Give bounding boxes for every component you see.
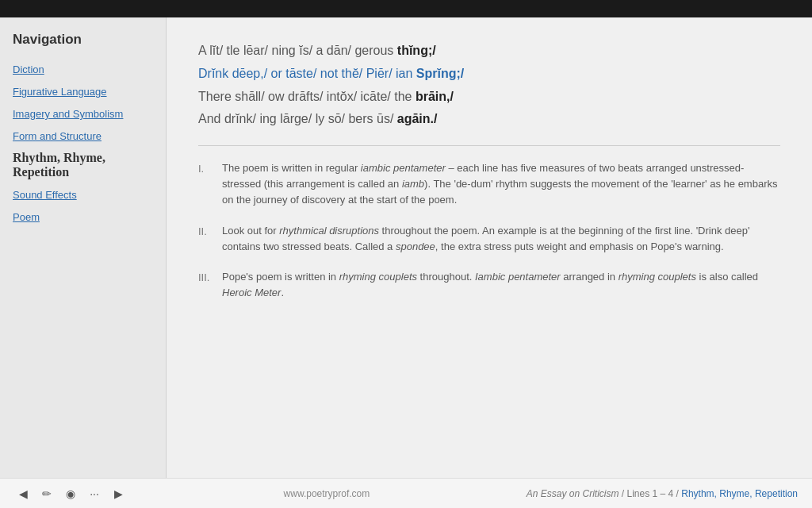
list-text-2: Look out for rhythmical disruptions thro… <box>222 223 780 255</box>
poem-line-2-text: Drĭnk dēep,/ or tāste/ not thĕ/ Piēr/ ia… <box>198 67 416 80</box>
circle-icon[interactable]: ◉ <box>62 485 79 502</box>
sidebar-navigation: Diction Figurative Language Imagery and … <box>13 62 153 224</box>
analysis-item-1: I. The poem is written in regular iambic… <box>198 160 780 208</box>
poem-line-4-stress: agāin./ <box>397 112 438 125</box>
list-text-3: Pope's poem is written in rhyming couple… <box>222 269 780 301</box>
analysis-item-3: III. Pope's poem is written in rhyming c… <box>198 269 780 301</box>
sidebar-link-imagery-symbolism[interactable]: Imagery and Symbolism <box>13 108 123 120</box>
list-text-1: The poem is written in regular iambic pe… <box>222 160 780 208</box>
poem-line-1: A lĭt/ tle lēar/ ning ĭs/ a dān/ gerous … <box>198 40 780 63</box>
sidebar-item-rhythm-rhyme[interactable]: Rhythm, Rhyme, Repetition <box>13 151 153 179</box>
footer-breadcrumb: An Essay on Criticism / Lines 1 – 4 / Rh… <box>527 488 798 499</box>
forward-button[interactable]: ▶ <box>109 485 127 502</box>
pencil-icon[interactable]: ✏ <box>38 485 56 502</box>
sidebar-link-form-structure[interactable]: Form and Structure <box>13 130 102 142</box>
poem-line-2-stress: Sprĭng;/ <box>416 67 464 80</box>
poem-line-4: And drĭnk/ ing lārge/ ly sō/ bers ūs/ ag… <box>198 108 780 131</box>
section-divider <box>198 145 780 146</box>
poem-line-3-text: There shāll/ ow drāfts/ intŏx/ icāte/ th… <box>198 90 416 103</box>
analysis-section: I. The poem is written in regular iambic… <box>198 160 780 301</box>
analysis-item-2: II. Look out for rhythmical disruptions … <box>198 223 780 255</box>
sidebar-item-poem[interactable]: Poem <box>13 210 153 224</box>
poem-line-2: Drĭnk dēep,/ or tāste/ not thĕ/ Piēr/ ia… <box>198 63 780 86</box>
poem-line-3: There shāll/ ow drāfts/ intŏx/ icāte/ th… <box>198 86 780 109</box>
sidebar-active-item: Rhythm, Rhyme, Repetition <box>13 151 105 179</box>
footer: ◀ ✏ ◉ ··· ▶ www.poetryprof.com An Essay … <box>0 478 812 508</box>
footer-website: www.poetryprof.com <box>284 488 370 499</box>
sidebar-title: Navigation <box>13 32 153 48</box>
sidebar: Navigation Diction Figurative Language I… <box>0 17 167 478</box>
poem-line-4-text: And drĭnk/ ing lārge/ ly sō/ bers ūs/ <box>198 112 397 125</box>
poem-line-1-text: A lĭt/ tle lēar/ ning ĭs/ a dān/ gerous <box>198 44 397 57</box>
sidebar-link-poem[interactable]: Poem <box>13 211 40 223</box>
main-content: A lĭt/ tle lēar/ ning ĭs/ a dān/ gerous … <box>167 17 812 478</box>
sidebar-item-sound-effects[interactable]: Sound Effects <box>13 187 153 202</box>
sidebar-item-figurative-language[interactable]: Figurative Language <box>13 84 153 98</box>
sidebar-link-sound-effects[interactable]: Sound Effects <box>13 189 77 201</box>
sidebar-item-form-structure[interactable]: Form and Structure <box>13 129 153 143</box>
footer-breadcrumb-link[interactable]: Rhythm, Rhyme, Repetition <box>681 488 798 499</box>
sidebar-item-diction[interactable]: Diction <box>13 62 153 76</box>
list-num-3: III. <box>198 269 222 286</box>
footer-toolbar: ◀ ✏ ◉ ··· ▶ <box>14 485 127 502</box>
list-num-2: II. <box>198 223 222 240</box>
poem-line-3-stress: brāin,/ <box>416 90 454 103</box>
poem-section: A lĭt/ tle lēar/ ning ĭs/ a dān/ gerous … <box>198 40 780 131</box>
sidebar-link-figurative-language[interactable]: Figurative Language <box>13 86 107 98</box>
sidebar-item-imagery-symbolism[interactable]: Imagery and Symbolism <box>13 106 153 121</box>
poem-line-1-stress: thĭng;/ <box>397 44 436 57</box>
list-num-1: I. <box>198 160 222 177</box>
sidebar-link-diction[interactable]: Diction <box>13 64 44 75</box>
dots-icon[interactable]: ··· <box>86 485 103 502</box>
back-button[interactable]: ◀ <box>14 485 32 502</box>
